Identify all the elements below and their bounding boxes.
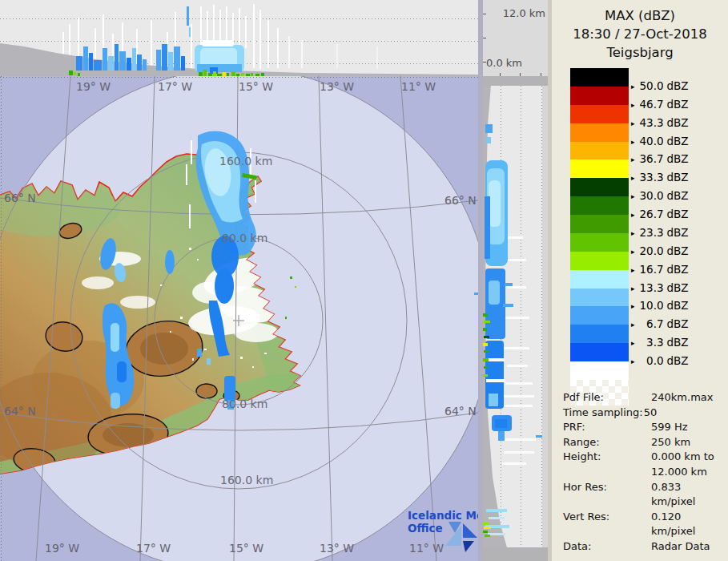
threshold-value: 23.3 [637,226,664,239]
legend-threshold-label: ▸23.3dBZ [631,226,689,240]
legend-threshold-label: ▸13.3dBZ [631,281,689,295]
info-label: Data: [563,539,651,555]
threshold-value: 36.7 [637,152,664,165]
side-profile-canvas [483,76,548,561]
threshold-arrow-icon: ▸ [631,155,635,163]
info-value: 0.000 km to [651,450,714,465]
threshold-value: 40.0 [637,135,664,147]
threshold-arrow-icon: ▸ [631,174,635,182]
threshold-unit: dBZ [667,79,689,92]
lon-label-top-0: 19° W [76,81,111,92]
threshold-arrow-icon: ▸ [631,192,635,200]
lon-label-bottom-0: 19° W [45,543,79,554]
info-label: Pdf File: [563,390,651,406]
threshold-value: 16.7 [637,263,664,276]
lat-label-left-64n: 64° N [4,406,36,417]
legend-threshold-label: ▸20.0dBZ [631,244,689,258]
scan-info-row: Data:Radar Data [563,539,725,555]
scan-info-row: Range:250 km [563,435,725,450]
panel-header: MAX (dBZ) 18:30 / 27-Oct-2018 Teigsbjarg [552,6,728,62]
threshold-unit: dBZ [667,189,689,202]
threshold-arrow-icon: ▸ [631,119,635,127]
legend-band [570,252,629,270]
lat-label-right-66n: 66° N [444,195,477,206]
info-value: 50 [644,406,658,421]
profile-height-max-label: 12.0 km [503,7,545,19]
legend-threshold-label: ▸6.7dBZ [631,317,689,331]
legend-band [570,178,629,196]
map-canvas [0,76,478,561]
threshold-value: 10.0 [637,299,664,312]
threshold-arrow-icon: ▸ [631,285,635,293]
ring-label-80-top: 80.0 km [222,232,267,244]
lon-label-top-1: 17° W [158,81,192,92]
lon-label-bottom-1: 17° W [136,543,171,554]
threshold-value: 13.3 [637,281,664,294]
threshold-arrow-icon: ▸ [631,101,635,109]
threshold-value: 46.7 [637,98,664,111]
info-label: PRF: [563,420,651,435]
legend-threshold-label: ▸16.7dBZ [631,263,689,276]
lon-label-top-2: 15° W [239,81,273,92]
threshold-arrow-icon: ▸ [631,321,635,329]
scan-info-row: Height:0.000 km to [563,450,725,465]
threshold-unit: dBZ [667,152,689,165]
threshold-unit: dBZ [667,171,689,184]
threshold-unit: dBZ [667,281,689,294]
scan-info-rows: Pdf File:240km.maxTime sampling:50PRF:59… [563,390,725,555]
info-value: 599 Hz [651,420,688,435]
lon-label-bottom-4: 11° W [409,543,444,554]
threshold-unit: dBZ [667,135,689,147]
side-height-profile [483,76,548,561]
top-height-profile [0,0,478,76]
legend-threshold-label: ▸3.3dBZ [631,336,689,349]
legend-threshold-label: ▸46.7dBZ [631,98,689,111]
info-label: Height: [563,450,651,465]
threshold-unit: dBZ [667,317,689,330]
threshold-arrow-icon: ▸ [631,138,635,146]
threshold-unit: dBZ [667,208,689,220]
threshold-unit: dBZ [667,116,689,129]
threshold-value: 30.0 [637,189,664,202]
legend-band [570,196,629,215]
threshold-unit: dBZ [667,263,689,276]
info-label: Vert Res: [563,510,651,539]
scale-tick [483,38,486,38]
threshold-unit: dBZ [667,226,689,239]
info-value: 240km.max [651,390,713,406]
threshold-unit: dBZ [667,336,689,349]
legend-band [570,289,629,307]
scan-info-row: Vert Res:0.120 km/pixel [563,510,725,539]
legend-threshold-label: ▸40.0dBZ [631,135,689,148]
legend-colorbar [570,68,629,406]
threshold-unit: dBZ [667,98,689,111]
threshold-unit: dBZ [667,354,689,367]
legend-threshold-label: ▸36.7dBZ [631,152,689,166]
radar-map: 19° W 17° W 15° W 13° W 11° W 19° W 17° … [0,76,478,561]
threshold-value: 50.0 [637,79,664,92]
info-label: Hor Res: [563,480,651,510]
scan-info: Pdf File:240km.maxTime sampling:50PRF:59… [563,390,725,561]
threshold-value: 26.7 [637,208,664,220]
radar-display-window: 19° W 17° W 15° W 13° W 11° W 19° W 17° … [0,0,728,561]
threshold-arrow-icon: ▸ [631,229,635,237]
lat-label-left-66n: 66° N [4,192,36,204]
scan-info-row: Time sampling:50 [563,406,725,421]
threshold-value: 6.7 [637,317,664,330]
legend-band [570,270,629,289]
info-value-line2: 12.000 km [651,465,725,480]
legend-band [570,215,629,233]
legend-panel: MAX (dBZ) 18:30 / 27-Oct-2018 Teigsbjarg… [552,0,728,561]
info-label: Time sampling: [563,406,643,421]
lon-label-bottom-2: 15° W [229,543,263,554]
legend-threshold-label: ▸30.0dBZ [631,189,689,203]
legend-band [570,233,629,252]
ring-label-160-bottom: 160.0 km [220,474,273,486]
imo-logo-line1: Icelandic Met [408,510,489,522]
imo-logo-line2: Office [408,523,443,535]
legend-threshold-label: ▸26.7dBZ [631,208,689,221]
product-title: MAX (dBZ) [552,6,728,25]
lon-label-top-4: 11° W [401,81,436,92]
legend-threshold-label: ▸33.3dBZ [631,171,689,184]
legend-threshold-label: ▸43.3dBZ [631,116,689,130]
